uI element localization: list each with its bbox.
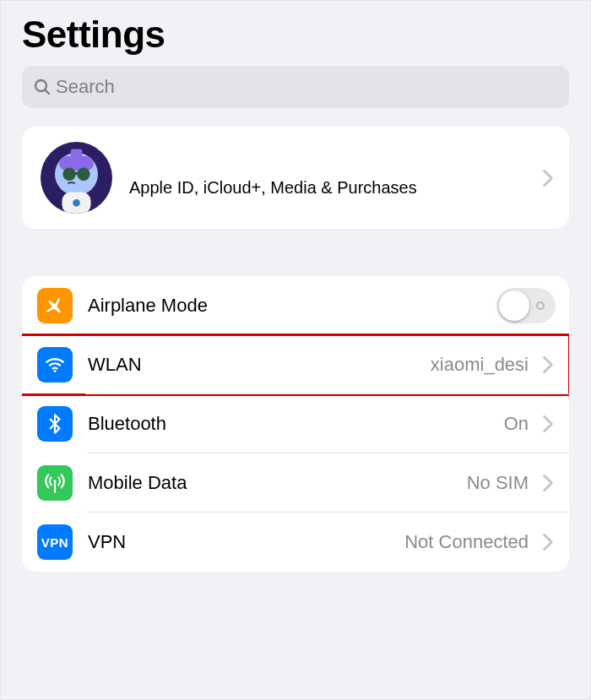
- chevron-right-icon: [537, 533, 559, 551]
- svg-rect-8: [75, 172, 78, 175]
- airplane-toggle[interactable]: [496, 288, 556, 323]
- antenna-icon: [37, 465, 73, 501]
- chevron-right-icon: [537, 355, 559, 374]
- row-value: xiaomi_desi: [431, 354, 529, 376]
- toggle-off-indicator: [536, 301, 545, 310]
- row-label: WLAN: [88, 354, 431, 376]
- chevron-right-icon: [537, 474, 559, 492]
- row-value: No SIM: [467, 472, 529, 494]
- row-vpn[interactable]: VPN VPN Not Connected: [22, 513, 569, 572]
- svg-line-1: [45, 90, 49, 94]
- row-label: Mobile Data: [88, 472, 467, 494]
- row-bluetooth[interactable]: Bluetooth On: [22, 394, 569, 453]
- search-input[interactable]: [56, 76, 559, 98]
- svg-rect-5: [71, 149, 83, 158]
- settings-group-connectivity: Airplane Mode WLAN xiaomi_desi Bluetooth…: [22, 276, 569, 572]
- svg-point-6: [62, 168, 75, 181]
- apple-id-subtitle: Apple ID, iCloud+, Media & Purchases: [129, 156, 537, 199]
- row-label: Airplane Mode: [88, 295, 496, 317]
- header: Settings: [1, 1, 590, 66]
- chevron-right-icon: [537, 415, 559, 433]
- row-label: VPN: [88, 531, 404, 553]
- bluetooth-icon: [37, 406, 73, 442]
- row-mobile-data[interactable]: Mobile Data No SIM: [22, 453, 569, 513]
- row-wlan[interactable]: WLAN xiaomi_desi: [22, 335, 569, 394]
- apple-id-row[interactable]: Apple ID, iCloud+, Media & Purchases: [22, 127, 569, 229]
- row-label: Bluetooth: [88, 413, 504, 435]
- airplane-icon: [37, 288, 73, 323]
- vpn-icon: VPN: [37, 524, 73, 560]
- search-field[interactable]: [22, 66, 569, 108]
- svg-point-11: [53, 370, 56, 372]
- svg-rect-4: [59, 156, 94, 171]
- wifi-icon: [37, 347, 73, 383]
- toggle-knob: [499, 290, 529, 321]
- row-value: On: [504, 413, 529, 435]
- apple-id-card: Apple ID, iCloud+, Media & Purchases: [22, 127, 569, 229]
- svg-point-7: [77, 168, 89, 181]
- chevron-right-icon: [537, 169, 559, 187]
- search-icon: [32, 77, 52, 97]
- svg-point-10: [73, 199, 80, 207]
- avatar: [41, 142, 112, 214]
- page-title: Settings: [22, 14, 569, 56]
- svg-point-13: [53, 480, 56, 482]
- row-airplane-mode[interactable]: Airplane Mode: [22, 276, 569, 335]
- row-value: Not Connected: [404, 531, 529, 553]
